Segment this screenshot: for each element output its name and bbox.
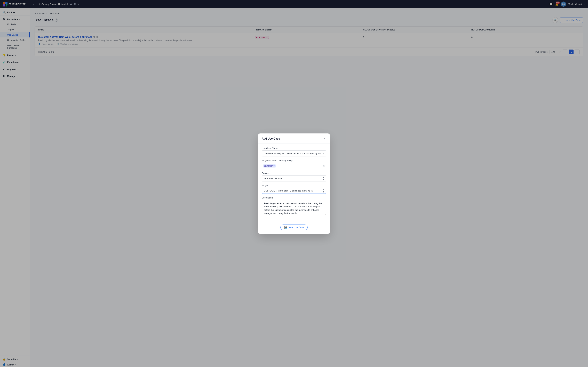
description-label: Description: [262, 196, 326, 199]
tag-input-clear-button[interactable]: ✕: [323, 165, 325, 167]
target-context-label: Target & Context Primary Entity: [262, 159, 326, 162]
use-case-name-label: Use Case Name: [262, 147, 326, 150]
modal-footer: 💾 Save Use Case: [258, 222, 330, 234]
entity-tag-text: customer: [264, 165, 273, 167]
target-select[interactable]: CUSTOMER_More_than_1_purchase_next_7d_M: [262, 188, 326, 194]
description-group: Description Predicting whether a custome…: [262, 196, 326, 216]
target-group: Target CUSTOMER_More_than_1_purchase_nex…: [262, 184, 326, 194]
context-label: Context: [262, 172, 326, 175]
context-select[interactable]: In-Store Customer: [262, 175, 326, 182]
save-icon: 💾: [284, 226, 287, 229]
save-use-case-button[interactable]: 💾 Save Use Case: [280, 225, 307, 230]
target-label: Target: [262, 184, 326, 187]
target-context-entity-group: Target & Context Primary Entity customer…: [262, 159, 326, 169]
modal-body: Use Case Name Target & Context Primary E…: [258, 143, 330, 222]
modal-title: Add Use Case: [262, 137, 280, 140]
modal-header: Add Use Case ✕: [258, 133, 330, 143]
modal-overlay[interactable]: Add Use Case ✕ Use Case Name Target & Co…: [0, 0, 588, 367]
use-case-name-group: Use Case Name: [262, 147, 326, 156]
modal-close-button[interactable]: ✕: [322, 136, 326, 141]
description-textarea[interactable]: Predicting whether a customer will remai…: [262, 200, 326, 215]
save-button-label: Save Use Case: [288, 226, 304, 229]
add-use-case-modal: Add Use Case ✕ Use Case Name Target & Co…: [258, 133, 330, 234]
entity-tag: customer ✕: [263, 164, 276, 167]
use-case-name-input[interactable]: [262, 150, 326, 156]
target-select-wrapper: CUSTOMER_More_than_1_purchase_next_7d_M …: [262, 188, 326, 194]
entity-tag-remove-button[interactable]: ✕: [273, 165, 275, 167]
context-select-wrapper: In-Store Customer ▲▼: [262, 175, 326, 182]
context-group: Context In-Store Customer ▲▼: [262, 172, 326, 182]
entity-tag-input[interactable]: customer ✕ ✕: [262, 163, 326, 169]
